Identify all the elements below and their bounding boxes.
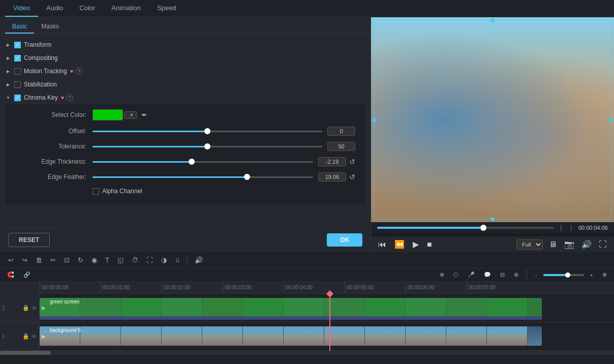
edge-thickness-slider-track[interactable]: [93, 161, 313, 163]
color-wheel-btn[interactable]: ◑: [158, 254, 170, 266]
horizontal-scrollbar[interactable]: [0, 351, 614, 355]
ruler-mark-4: 00:00:04:00: [284, 282, 345, 294]
edge-thickness-reset-icon[interactable]: ↺: [349, 158, 355, 166]
remove-bg-btn[interactable]: ⊗: [511, 269, 521, 280]
ruler-mark-7: 00:00:07:00: [467, 282, 528, 294]
checkbox-chroma-key[interactable]: [14, 95, 21, 101]
progress-thumb[interactable]: [480, 225, 486, 231]
monitor-btn[interactable]: 🖥: [548, 239, 558, 250]
motion-track-btn[interactable]: ⊕: [437, 269, 447, 280]
ok-button[interactable]: OK: [327, 233, 362, 247]
checkbox-stabilization[interactable]: [14, 81, 21, 88]
fullscreen-btn[interactable]: ⛶: [598, 239, 608, 250]
checkbox-compositing[interactable]: [14, 55, 21, 62]
timeline-ruler: 00:00:00:00 00:00:01:00 00:00:02:00 00:0…: [0, 282, 614, 294]
section-stabilization[interactable]: Stabilization: [0, 78, 371, 91]
redo-btn[interactable]: ↪: [19, 254, 30, 266]
checkbox-motion-tracking[interactable]: [14, 68, 21, 75]
delete-btn[interactable]: 🗑: [33, 254, 45, 266]
progress-track[interactable]: [377, 227, 554, 229]
eyedropper-icon[interactable]: ✒: [141, 111, 147, 119]
play-btn[interactable]: ▶: [412, 238, 420, 250]
tab-speed[interactable]: Speed: [149, 0, 185, 17]
subtab-basic[interactable]: Basic: [5, 20, 34, 34]
chevron-stabilization-icon: [5, 81, 11, 87]
track-2-icons: 🔒 👁: [22, 305, 37, 311]
section-chroma-key[interactable]: Chroma Key ♥ ?: [0, 91, 371, 104]
track-1-content[interactable]: ▶ background 6: [40, 322, 614, 350]
bracket-left: {: [560, 224, 562, 231]
transform-label: Transform: [24, 41, 51, 48]
mic-btn[interactable]: 🎤: [465, 269, 478, 280]
color-swatch[interactable]: [93, 109, 123, 120]
cut-btn[interactable]: ✂: [47, 254, 59, 266]
tab-video[interactable]: Video: [5, 0, 38, 17]
magnet-btn[interactable]: 🧲: [4, 269, 17, 280]
track-2-info: 2 🔒 👁: [0, 294, 40, 322]
offset-value-input[interactable]: 0: [327, 127, 355, 136]
chevron-compositing-icon: [5, 55, 11, 61]
color-dropdown-btn[interactable]: [124, 111, 137, 119]
info-chroma-icon[interactable]: ?: [66, 94, 73, 101]
subtab-masks[interactable]: Masks: [34, 20, 66, 34]
background-clip[interactable]: ▶ background 6: [40, 326, 542, 346]
edge-feather-slider-track[interactable]: [93, 176, 313, 178]
reset-button[interactable]: RESET: [8, 233, 50, 247]
tab-audio[interactable]: Audio: [38, 0, 71, 17]
snapshot-btn[interactable]: 📷: [563, 238, 575, 250]
undo-btn[interactable]: ↩: [5, 254, 17, 266]
tolerance-slider-container: [93, 142, 355, 151]
mask-tool-btn[interactable]: ⬡: [450, 269, 462, 280]
freeze-btn[interactable]: ◉: [88, 254, 100, 266]
text-btn[interactable]: T: [102, 254, 112, 266]
section-compositing[interactable]: Compositing: [0, 51, 371, 65]
green-screen-clip[interactable]: ▶ green screen: [40, 298, 542, 317]
track-2-content[interactable]: ▶ green screen: [40, 294, 614, 322]
speed-btn[interactable]: ⏱: [129, 254, 141, 266]
section-transform[interactable]: Transform: [0, 38, 371, 51]
edge-thickness-value-input[interactable]: [318, 157, 346, 166]
crop-btn[interactable]: ⊡: [61, 254, 73, 266]
track-1-lock-icon[interactable]: 🔒: [22, 333, 29, 340]
toolbar-row-2: 🧲 🔗 ⊕ ⬡ 🎤 💬 ⊟ ⊗ - + ⊕: [0, 268, 614, 282]
track-1-info: 1 🔒 👁: [0, 322, 40, 350]
voice-btn[interactable]: 💬: [481, 269, 494, 280]
vol-btn[interactable]: 🔊: [192, 254, 206, 266]
preview-right-controls: Full 1/2 1/4 🖥 📷 🔊 ⛶: [516, 238, 608, 250]
transport-bar: ⏮ ⏪ ▶ ■ Full 1/2 1/4 🖥 📷 🔊 ⛶: [371, 236, 614, 252]
edge-feather-value-input[interactable]: [318, 172, 346, 181]
stop-btn[interactable]: ■: [426, 239, 433, 250]
audio-btn[interactable]: 🔊: [580, 238, 593, 250]
h-scrollbar-thumb[interactable]: [0, 351, 51, 355]
alpha-channel-checkbox[interactable]: [93, 188, 99, 195]
tab-color[interactable]: Color: [71, 0, 103, 17]
zoom-slider[interactable]: [543, 274, 584, 276]
mask-btn[interactable]: ◱: [114, 254, 127, 266]
add-track-btn[interactable]: ⊕: [599, 269, 610, 280]
edge-feather-reset-icon[interactable]: ↺: [349, 173, 355, 181]
ruler-mark-1: 00:00:01:00: [101, 282, 162, 294]
tab-animation[interactable]: Animation: [103, 0, 149, 17]
audio-mix-btn[interactable]: ♫: [172, 254, 183, 266]
skip-back-btn[interactable]: ⏮: [377, 239, 387, 250]
rotate-btn[interactable]: ↻: [75, 254, 86, 266]
track-1-eye-icon[interactable]: 👁: [32, 333, 37, 340]
offset-slider-track[interactable]: [93, 131, 322, 132]
track-2-lock-icon[interactable]: 🔒: [22, 305, 29, 311]
tolerance-value-input[interactable]: [327, 142, 355, 151]
tolerance-slider-track[interactable]: [93, 146, 322, 147]
select-color-label: Select Color:: [15, 111, 86, 118]
info-motion-icon[interactable]: ?: [75, 68, 82, 75]
prev-frame-btn[interactable]: ⏪: [393, 238, 406, 250]
zoom-out-btn[interactable]: -: [532, 270, 540, 280]
track-2-eye-icon[interactable]: 👁: [32, 305, 37, 311]
link-btn[interactable]: 🔗: [20, 269, 34, 280]
quality-select[interactable]: Full 1/2 1/4: [516, 239, 543, 250]
zoom-in-btn[interactable]: +: [587, 270, 596, 280]
track-1: 1 🔒 👁 ▶ background 6: [0, 322, 614, 351]
fit-btn[interactable]: ⛶: [143, 254, 156, 266]
checkbox-transform[interactable]: [14, 42, 21, 48]
heart-motion-icon: ♥: [70, 68, 74, 74]
subtitle-btn[interactable]: ⊟: [497, 269, 508, 280]
section-motion-tracking[interactable]: Motion Tracking ♥ ?: [0, 65, 371, 78]
